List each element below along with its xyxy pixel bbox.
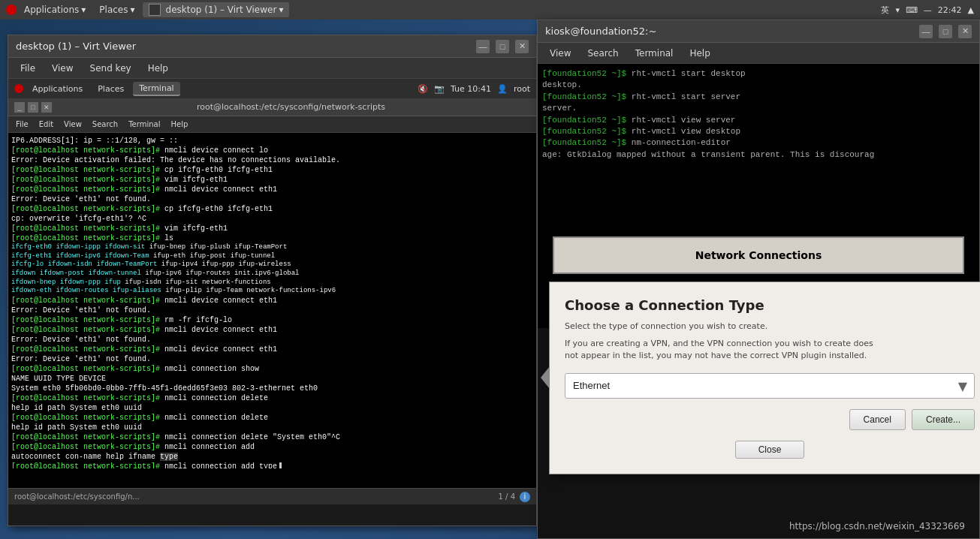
right-menubar: View Search Terminal Help	[538, 43, 979, 64]
menu-help[interactable]: Help	[140, 61, 176, 76]
right-menu-terminal[interactable]: Terminal	[628, 46, 681, 61]
term-line: [root@localhost network-scripts]# rm -fr…	[11, 315, 533, 325]
virt-viewer-title: desktop (1) – Virt Viewer	[16, 41, 136, 52]
right-menu-help[interactable]: Help	[682, 46, 717, 61]
desktop: desktop (1) – Virt Viewer — □ ✕ File Vie…	[0, 20, 980, 539]
applications-label: Applications	[24, 5, 79, 15]
inner-menu-edit[interactable]: Edit	[35, 119, 58, 130]
inner-menu-terminal[interactable]: Terminal	[124, 119, 164, 130]
inner-user-icon: 👤	[497, 84, 508, 94]
term-line: [root@localhost network-scripts]# vim if…	[11, 224, 533, 233]
term-line: ifdown ifdown-post ifdown-tunnel ifup-ip…	[11, 270, 533, 279]
wifi-icon[interactable]: ▲	[968, 5, 974, 15]
inner-terminal-menu: File Edit View Search Terminal Help	[8, 116, 536, 133]
inner-pagination: 1 / 4	[499, 492, 515, 501]
right-terminal-titlebar: kiosk@foundation52:~ — □ ✕	[538, 20, 979, 43]
term-line: help id path System eth0 uuid	[11, 403, 533, 413]
applications-menu[interactable]: Applications ▾	[18, 3, 92, 17]
term-line: cp: overwrite 'ifcfg-eth1'? ^C	[11, 214, 533, 224]
term-line: [root@localhost network-scripts]# nmcli …	[11, 413, 533, 423]
inner-applications[interactable]: Applications	[26, 83, 89, 95]
term-line: [root@localhost network-scripts]# ls	[11, 233, 533, 243]
dialog-arrow-icon	[541, 366, 550, 389]
virt-viewer-menubar: File View Send key Help	[8, 58, 536, 79]
inner-gnome-bar: Applications Places Terminal 🔇 📷 Tue 10:…	[8, 79, 536, 98]
term-line: ifcfg-eth1 ifdown-ipv6 ifdown-Team ifup-…	[11, 252, 533, 261]
virt-viewer-window: desktop (1) – Virt Viewer — □ ✕ File Vie…	[8, 35, 537, 526]
close-btn-wrapper: Close	[565, 436, 975, 459]
term-line: [root@localhost network-scripts]# nmcli …	[11, 296, 533, 306]
virt-viewer-controls: — □ ✕	[476, 40, 529, 53]
inner-time: Tue 10:41	[451, 84, 491, 94]
close-button[interactable]: ✕	[515, 40, 529, 53]
menu-view[interactable]: View	[44, 61, 80, 76]
lang-indicator[interactable]: 英	[881, 5, 889, 16]
keyboard-icon[interactable]: ⌨	[906, 5, 918, 15]
menu-sendkey[interactable]: Send key	[83, 61, 139, 76]
close-dialog-button[interactable]: Close	[735, 441, 805, 459]
window-icon	[149, 4, 161, 16]
inner-terminal-title: root@localhost:/etc/sysconfig/network-sc…	[197, 102, 385, 112]
terminal-body: IP6.ADDRESS[1]: ip = ::1/128, gw = :: [r…	[8, 133, 536, 468]
right-minimize[interactable]: —	[919, 25, 933, 38]
term-line: [root@localhost network-scripts]# nmcli …	[11, 393, 533, 403]
choose-connection-type-dialog: Choose a Connection Type Select the type…	[549, 282, 980, 474]
mute-icon[interactable]: 🔇	[418, 84, 428, 94]
right-terminal-title: kiosk@foundation52:~	[545, 26, 656, 37]
places-menu[interactable]: Places ▾	[93, 3, 140, 17]
active-window-btn[interactable]: desktop (1) – Virt Viewer ▾	[143, 2, 290, 17]
inner-minimize[interactable]: _	[14, 102, 25, 113]
connection-type-select[interactable]: Ethernet Wi-Fi Bluetooth InfiniBand Bond…	[565, 373, 975, 399]
right-maximize[interactable]: □	[939, 25, 952, 38]
places-label: Places	[99, 5, 128, 15]
term-line: System eth0 5fb06bd0-0bb0-7ffb-45f1-d6ed…	[11, 384, 533, 393]
inner-maximize[interactable]: □	[28, 102, 38, 113]
create-button[interactable]: Create...	[912, 409, 975, 430]
network-connections-overlay: Network Connections Choose a Connection …	[538, 64, 979, 538]
time-display: 22:42	[938, 5, 962, 15]
term-line: Error: Device 'eth1' not found.	[11, 354, 533, 364]
right-menu-view[interactable]: View	[542, 46, 578, 61]
screenshot-icon[interactable]: 📷	[434, 84, 445, 94]
inner-bar-right: 🔇 📷 Tue 10:41 👤 root	[418, 84, 530, 94]
inner-menu-view[interactable]: View	[59, 119, 86, 130]
term-line: [root@localhost network-scripts]# cp ifc…	[11, 204, 533, 214]
inner-terminal-window: _ □ ✕ root@localhost:/etc/sysconfig/netw…	[8, 98, 536, 485]
system-topbar: Applications ▾ Places ▾ desktop (1) – Vi…	[0, 0, 980, 20]
term-line: [root@localhost network-scripts]# nmcli …	[11, 442, 533, 452]
inner-menu-search[interactable]: Search	[88, 119, 122, 130]
redhat-icon	[6, 5, 17, 15]
inner-terminal-titlebar: _ □ ✕ root@localhost:/etc/sysconfig/netw…	[8, 98, 536, 116]
right-menu-search[interactable]: Search	[580, 46, 626, 61]
term-line: Error: Device 'eth1' not found.	[11, 335, 533, 345]
cancel-button[interactable]: Cancel	[849, 409, 906, 430]
term-line: Error: Device 'eth1' not found.	[11, 306, 533, 315]
term-line: [root@localhost network-scripts]# cp ifc…	[11, 165, 533, 175]
minimize-button[interactable]: —	[476, 40, 490, 53]
term-line: [root@localhost network-scripts]# nmcli …	[11, 364, 533, 374]
inner-places[interactable]: Places	[92, 83, 130, 95]
inner-close[interactable]: ✕	[41, 102, 52, 113]
window-arrow: ▾	[279, 5, 283, 15]
term-line: IP6.ADDRESS[1]: ip = ::1/128, gw = ::	[11, 136, 533, 146]
term-line: [root@localhost network-scripts]# nmcli …	[11, 432, 533, 442]
inner-menu-help[interactable]: Help	[166, 119, 192, 130]
network-connections-dialog: Network Connections	[553, 236, 964, 274]
inner-statusbar: root@localhost:/etc/sysconfig/n... 1 / 4…	[8, 488, 536, 504]
term-line: help id path System eth0 uuid	[11, 423, 533, 432]
term-line: [root@localhost network-scripts]# nmcli …	[11, 146, 533, 155]
connection-type-select-wrapper: Ethernet Wi-Fi Bluetooth InfiniBand Bond…	[565, 373, 975, 399]
watermark-url: https://blog.csdn.net/weixin_43323669	[789, 521, 965, 531]
virt-viewer-titlebar: desktop (1) – Virt Viewer — □ ✕	[8, 35, 536, 58]
maximize-button[interactable]: □	[496, 40, 509, 53]
inner-user: root	[514, 84, 530, 94]
menu-file[interactable]: File	[13, 61, 43, 76]
cct-title: Choose a Connection Type	[565, 297, 975, 313]
right-close[interactable]: ✕	[958, 25, 972, 38]
right-terminal-window: kiosk@foundation52:~ — □ ✕ View Search T…	[537, 20, 980, 539]
cct-desc1: Select the type of connection you wish t…	[565, 321, 975, 333]
inner-menu-file[interactable]: File	[11, 119, 33, 130]
info-icon[interactable]: i	[520, 492, 530, 502]
term-line: ifdown-eth ifdown-routes ifup-aliases if…	[11, 287, 533, 296]
inner-terminal-tab[interactable]: Terminal	[133, 82, 180, 96]
